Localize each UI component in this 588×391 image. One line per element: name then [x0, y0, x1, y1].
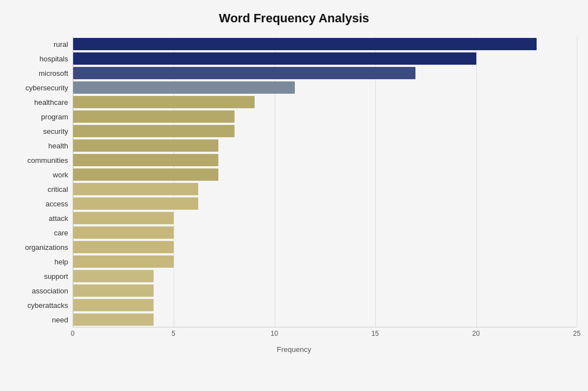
bar-row [73, 225, 577, 240]
bars-rows [73, 37, 577, 327]
bar-row [73, 109, 577, 124]
y-label: access [11, 200, 68, 207]
bar [73, 299, 154, 311]
bar-row [73, 66, 577, 80]
bar-row [73, 182, 577, 196]
bar-row [73, 211, 577, 225]
chart-area: ruralhospitalsmicrosoftcybersecurityheal… [11, 37, 577, 339]
x-tick: 15 [371, 330, 379, 337]
y-label: care [11, 229, 68, 236]
x-tick: 25 [573, 330, 580, 337]
bar [73, 284, 154, 297]
y-label: healthcare [11, 99, 68, 106]
bar [73, 313, 154, 326]
bars-wrapper: ruralhospitalsmicrosoftcybersecurityheal… [11, 37, 577, 327]
bar-row [73, 283, 577, 298]
bar [73, 154, 218, 166]
bar-row [73, 37, 577, 51]
bar-row [73, 298, 577, 312]
bar [73, 52, 476, 65]
bar-row [73, 254, 577, 269]
y-label: organizations [11, 244, 68, 251]
bar [73, 255, 174, 268]
bar-row [73, 95, 577, 109]
bar [73, 226, 174, 239]
y-label: help [11, 258, 68, 266]
bar-row [73, 167, 577, 182]
bar-row [73, 196, 577, 211]
y-label: microsoft [11, 70, 68, 77]
y-label: cyberattacks [11, 302, 68, 309]
y-label: communities [11, 157, 68, 164]
bar [73, 38, 537, 50]
y-label: need [11, 316, 68, 324]
y-label: rural [11, 41, 68, 48]
bar [73, 125, 235, 137]
bars-and-grid [73, 37, 577, 327]
y-labels: ruralhospitalsmicrosoftcybersecurityheal… [11, 37, 73, 327]
bar [73, 139, 218, 152]
y-label: work [11, 171, 68, 178]
grid-line [577, 37, 577, 327]
bar [73, 96, 255, 108]
chart-container: Word Frequency Analysis ruralhospitalsmi… [0, 0, 588, 391]
y-label: hospitals [11, 55, 68, 62]
bar-row [73, 51, 577, 66]
bar [73, 270, 154, 282]
bar-row [73, 269, 577, 283]
bar-row [73, 80, 577, 95]
bar [73, 81, 295, 94]
y-label: association [11, 287, 68, 295]
bar-row [73, 312, 577, 327]
bar [73, 168, 218, 181]
x-tick: 10 [271, 330, 278, 337]
bar [73, 212, 174, 224]
x-tick: 20 [472, 330, 480, 337]
bar [73, 67, 415, 79]
bar [73, 241, 174, 253]
chart-title: Word Frequency Analysis [11, 11, 577, 26]
bar-row [73, 138, 577, 153]
x-axis-title: Frequency [11, 345, 577, 354]
bar [73, 110, 235, 123]
bar-row [73, 153, 577, 167]
y-label: cybersecurity [11, 84, 68, 91]
y-label: critical [11, 186, 68, 193]
bar-row [73, 240, 577, 254]
x-tick: 0 [71, 330, 75, 337]
y-label: attack [11, 215, 68, 222]
x-tick: 5 [171, 330, 175, 337]
bar [73, 183, 198, 195]
y-label: program [11, 113, 68, 120]
bar [73, 197, 198, 210]
y-label: health [11, 142, 68, 149]
y-label: support [11, 273, 68, 280]
bar-row [73, 124, 577, 138]
y-label: security [11, 128, 68, 135]
